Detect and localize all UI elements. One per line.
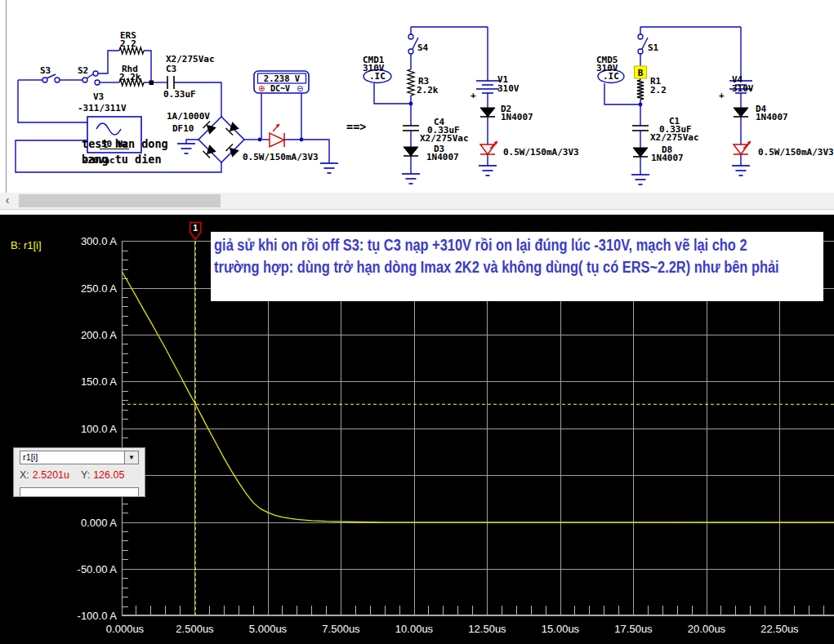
cursor-x-value: 2.5201u: [33, 469, 69, 481]
trace-r1i: [122, 271, 834, 522]
cursor-flag[interactable]: 1: [190, 223, 201, 240]
led-left[interactable]: [270, 124, 284, 147]
app-window: 2.238 V⊕DC~V⊖BERS2.2Rhd2.2kX2/275VacC30.…: [0, 0, 834, 644]
schematic-label: +: [471, 90, 476, 100]
schematic-label: 1N4007: [651, 153, 684, 163]
resistor-r3[interactable]: [408, 69, 414, 95]
capacitor-c3[interactable]: [167, 76, 174, 89]
ground-led-right[interactable]: [732, 166, 750, 175]
voltmeter-mode: DC~V: [270, 84, 290, 93]
schematic-label: bang tu dien: [82, 153, 162, 166]
signal-selector[interactable]: r1[i] ▼: [20, 451, 139, 464]
switch-s1[interactable]: [638, 34, 648, 54]
schematic-label: 1N4007: [426, 152, 459, 162]
cursor-y-value: 126.05: [93, 469, 124, 481]
x-tick-label: 7.500us: [322, 623, 360, 635]
schematic-label: ==>: [346, 120, 366, 133]
schematic-label: -311/311V: [78, 103, 127, 113]
x-tick-label: 17.50us: [614, 623, 653, 635]
signal-legend: r1[i] ▼ X:2.5201uY:126.05: [13, 447, 145, 497]
ground-led-left[interactable]: [320, 163, 338, 173]
y-tick-label: 100.0 A: [81, 423, 117, 435]
voltmeter-reading: 2.238 V: [264, 73, 301, 83]
node-b-highlight[interactable]: B: [635, 66, 647, 78]
schematic-labels: ERS2.2Rhd2.2kX2/275VacC30.33uFS3S2V3-311…: [40, 30, 834, 166]
schematic-label: S2: [78, 65, 88, 76]
schematic-canvas: 2.238 V⊕DC~V⊖BERS2.2Rhd2.2kX2/275VacC30.…: [0, 0, 834, 193]
schematic-label: S4: [417, 42, 429, 53]
y-tick-label: 0.000 A: [81, 517, 117, 529]
resistor-r1[interactable]: [637, 80, 644, 100]
schematic-label: .IC: [369, 71, 386, 82]
ground-bridge[interactable]: [177, 144, 195, 153]
schematic-panel: 2.238 V⊕DC~V⊖BERS2.2Rhd2.2kX2/275VacC30.…: [0, 0, 834, 193]
ground-d3[interactable]: [402, 174, 420, 184]
schematic-label: 2.2: [120, 38, 136, 49]
schematic-label: 1A/1000V: [167, 111, 210, 122]
battery-v1[interactable]: [476, 81, 499, 93]
scrollbar-thumb[interactable]: [19, 194, 221, 207]
voltmeter-minus-icon: ⊖: [297, 84, 303, 93]
x-tick-label: 2.500us: [176, 623, 214, 635]
annotation-text: giả sử khi on rồi off S3: tụ C3 nạp +310…: [211, 232, 713, 278]
cursor-readout: X:2.5201uY:126.05: [20, 469, 124, 481]
y-tick-label: 150.0 A: [81, 375, 117, 388]
y-tick-label: 250.0 A: [81, 282, 117, 295]
x-tick-label: 0.000us: [106, 623, 145, 635]
annotation-box[interactable]: giả sử khi on rồi off S3: tụ C3 nạp +310…: [211, 232, 823, 301]
second-signal-selector[interactable]: [20, 487, 139, 497]
bridge-df10[interactable]: [198, 117, 244, 162]
schematic-label: 2.2: [650, 85, 667, 95]
panel-splitter[interactable]: [0, 209, 834, 215]
node-b-label: B: [638, 68, 644, 78]
schematic-label: 1N4007: [501, 112, 533, 122]
schematic-label: S3: [40, 65, 51, 76]
ground-d8[interactable]: [631, 175, 649, 184]
x-tick-label: 10.00us: [395, 623, 434, 635]
schematic-label: 310V: [732, 83, 754, 94]
x-tick-label: 15.00us: [542, 623, 580, 635]
signal-selector-value: r1[i]: [23, 451, 38, 464]
schematic-label: X2/275Vac: [650, 132, 699, 143]
chevron-down-icon: ▼: [128, 454, 135, 461]
led-middle[interactable]: [480, 141, 497, 154]
waveform-panel: 300.0 A250.0 A200.0 A150.0 A100.0 A0.000…: [0, 215, 834, 644]
capacitor-c4[interactable]: [403, 126, 419, 131]
schematic-label: 2.2k: [119, 72, 141, 82]
schematic-label: 1N4007: [756, 112, 788, 122]
schematic-label: +: [719, 90, 725, 100]
cursor-x-label: X:: [20, 469, 29, 481]
led-right[interactable]: [734, 141, 751, 154]
schematic-label: S1: [648, 42, 659, 53]
capacitor-c1[interactable]: [632, 126, 649, 131]
voltmeter[interactable]: 2.238 V⊕DC~V⊖: [254, 71, 309, 93]
x-tick-label: 5.000us: [249, 623, 288, 635]
x-tick-label: 12.50us: [468, 623, 506, 635]
scroll-left-button[interactable]: ‹: [0, 193, 15, 209]
diode-d8[interactable]: [633, 148, 648, 157]
schematic-label: X2/275Vac: [420, 133, 469, 144]
schematic-label: 310V: [497, 83, 520, 94]
dropdown-button[interactable]: ▼: [124, 451, 138, 464]
schematic-label: V3: [93, 91, 104, 102]
trace-label: B: r1[i]: [11, 239, 42, 251]
schematic-label: 0.5W/150mA/3V3: [243, 152, 319, 162]
diode-d3[interactable]: [404, 147, 418, 156]
y-tick-label: 300.0 A: [81, 235, 117, 247]
diode-d4[interactable]: [734, 108, 748, 117]
x-tick-label: 20.00us: [688, 623, 726, 635]
annotation-line-1: giả sử khi on rồi off S3: tụ C3 nạp +310…: [214, 234, 713, 256]
schematic-label: 0.5W/150mA/3V3: [503, 147, 579, 158]
ground-led-middle[interactable]: [479, 166, 497, 175]
y-tick-label: -100.0 A: [78, 610, 118, 622]
horizontal-scrollbar[interactable]: ‹: [0, 193, 834, 209]
diode-d2[interactable]: [480, 108, 495, 117]
scroll-left-icon: ‹: [6, 193, 10, 207]
schematic-label: test han dong: [82, 137, 168, 150]
schematic-label: 0.33uF: [163, 89, 196, 100]
voltmeter-plus-icon: ⊕: [258, 84, 265, 93]
annotation-line-2: trường hợp: dùng trở hạn dòng Imax 2K2 v…: [214, 256, 713, 278]
schematic-label: DF10: [172, 123, 194, 134]
cursor-flag-number: 1: [193, 223, 198, 233]
y-tick-label: -50.00 A: [78, 563, 118, 575]
